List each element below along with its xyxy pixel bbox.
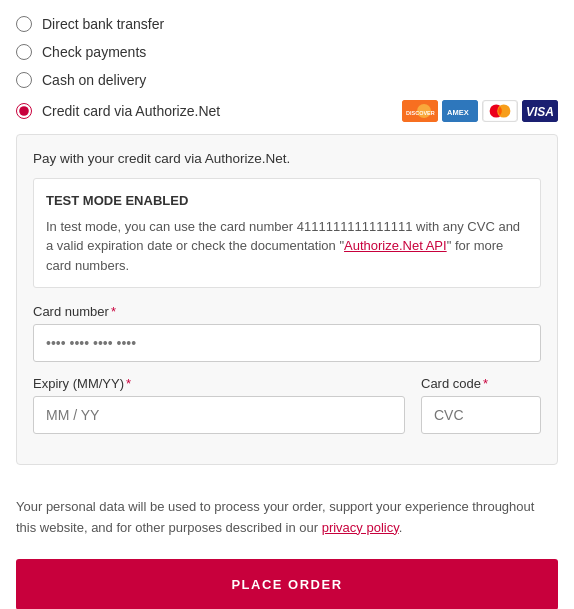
- place-order-section: PLACE ORDER: [0, 559, 574, 609]
- bank-transfer-label: Direct bank transfer: [42, 16, 164, 32]
- test-mode-text: In test mode, you can use the card numbe…: [46, 219, 520, 273]
- payment-option-credit-card-row: Credit card via Authorize.Net DISCOVER A…: [16, 100, 558, 122]
- cash-on-delivery-label: Cash on delivery: [42, 72, 146, 88]
- test-mode-box: TEST MODE ENABLED In test mode, you can …: [33, 178, 541, 288]
- credit-card-label: Credit card via Authorize.Net: [42, 103, 220, 119]
- privacy-text-after: .: [399, 520, 403, 535]
- amex-icon: AMEX: [442, 100, 478, 122]
- payment-options: Direct bank transfer Check payments Cash…: [0, 0, 574, 122]
- radio-check-payments[interactable]: [16, 44, 32, 60]
- svg-text:VISA: VISA: [526, 105, 554, 119]
- expiry-group: Expiry (MM/YY)*: [33, 376, 405, 434]
- card-number-group: Card number*: [33, 304, 541, 362]
- check-payments-label: Check payments: [42, 44, 146, 60]
- radio-credit-card[interactable]: [16, 103, 32, 119]
- authorize-net-api-link[interactable]: Authorize.Net API: [344, 238, 447, 253]
- expiry-required: *: [126, 376, 131, 391]
- privacy-notice: Your personal data will be used to proce…: [0, 481, 574, 559]
- payment-option-bank-transfer[interactable]: Direct bank transfer: [16, 16, 558, 32]
- place-order-button[interactable]: PLACE ORDER: [16, 559, 558, 609]
- privacy-policy-link[interactable]: privacy policy: [322, 520, 399, 535]
- payment-option-check[interactable]: Check payments: [16, 44, 558, 60]
- visa-icon: VISA: [522, 100, 558, 122]
- discover-icon: DISCOVER: [402, 100, 438, 122]
- radio-bank-transfer[interactable]: [16, 16, 32, 32]
- panel-intro: Pay with your credit card via Authorize.…: [33, 151, 541, 166]
- card-number-label: Card number*: [33, 304, 541, 319]
- payment-option-cash[interactable]: Cash on delivery: [16, 72, 558, 88]
- svg-text:DISCOVER: DISCOVER: [406, 110, 435, 116]
- card-code-input[interactable]: [421, 396, 541, 434]
- svg-text:AMEX: AMEX: [447, 108, 469, 117]
- card-icons: DISCOVER AMEX VISA: [402, 100, 558, 122]
- card-number-required: *: [111, 304, 116, 319]
- expiry-input[interactable]: [33, 396, 405, 434]
- card-number-input[interactable]: [33, 324, 541, 362]
- expiry-label: Expiry (MM/YY)*: [33, 376, 405, 391]
- privacy-text-before: Your personal data will be used to proce…: [16, 499, 534, 535]
- card-code-label: Card code*: [421, 376, 541, 391]
- credit-card-radio-left[interactable]: Credit card via Authorize.Net: [16, 103, 220, 119]
- credit-card-panel: Pay with your credit card via Authorize.…: [16, 134, 558, 465]
- expiry-cvc-row: Expiry (MM/YY)* Card code*: [33, 376, 541, 448]
- radio-cash-on-delivery[interactable]: [16, 72, 32, 88]
- mastercard-icon: [482, 100, 518, 122]
- card-code-required: *: [483, 376, 488, 391]
- card-code-group: Card code*: [421, 376, 541, 434]
- test-mode-title: TEST MODE ENABLED: [46, 191, 528, 211]
